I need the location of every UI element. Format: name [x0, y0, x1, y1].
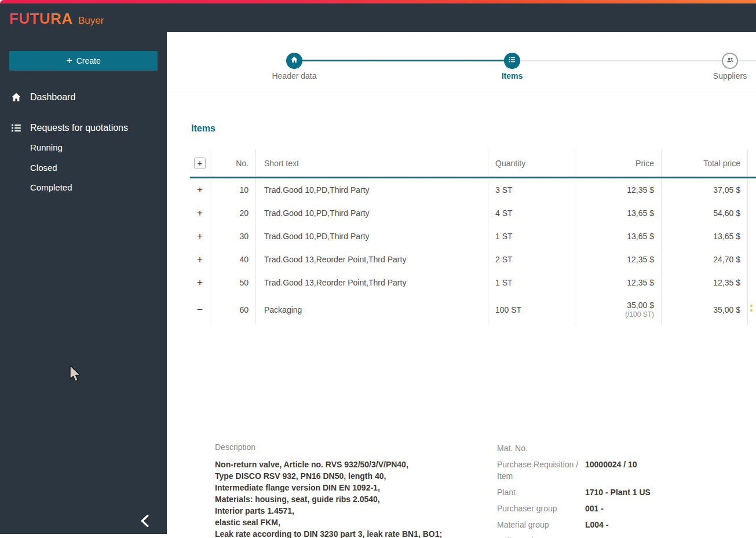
sidebar-subitem-label: Completed	[30, 182, 72, 192]
create-button[interactable]: + Create	[9, 51, 158, 71]
sidebar-item-requests-for-quotations[interactable]: Requests for quotations	[0, 119, 167, 137]
stepper-connector-todo	[520, 60, 722, 61]
cell-quantity: 100 ST	[488, 294, 575, 325]
column-header-extra	[747, 149, 756, 177]
table-row[interactable]: + 30 Trad.Good 10,PD,Third Party 1 ST 13…	[190, 225, 756, 248]
app-header: FUTURA Buyer	[0, 3, 756, 32]
list-icon	[508, 56, 516, 66]
cell-no: 30	[210, 225, 255, 248]
expand-row-icon[interactable]: +	[197, 184, 203, 196]
table-row[interactable]: + 20 Trad.Good 10,PD,Third Party 4 ST 13…	[190, 202, 756, 225]
cell-total-price: 54,60 $	[661, 202, 747, 225]
expand-row-icon[interactable]: +	[197, 230, 203, 242]
column-header-price: Price	[575, 149, 661, 177]
detail-fields: Mat. No. Purchase Requisition / Item 100…	[497, 442, 752, 538]
app-root: { "colors": { "accent_teal": "#0c6d87", …	[0, 0, 756, 538]
cell-price: 13,65 $	[575, 202, 661, 225]
cell-total-price: 24,70 $	[661, 248, 747, 271]
cell-total-price: 35,00 $	[661, 294, 747, 325]
cell-short-text: Trad.Good 10,PD,Third Party	[255, 225, 488, 248]
table-row[interactable]: + 40 Trad.Good 13,Reorder Point,Thrd Par…	[190, 248, 756, 271]
sidebar-subitem-running[interactable]: Running	[30, 140, 158, 155]
chevron-left-icon	[137, 512, 155, 532]
cell-price: 35,00 $ (/100 ST)	[575, 294, 661, 325]
description-label: Description	[215, 442, 487, 452]
step-label-suppliers: Suppliers	[689, 71, 756, 80]
main-content: Header data Items Suppliers Items	[167, 32, 756, 538]
sidebar-collapse-button[interactable]	[136, 511, 156, 532]
column-header-short-text: Short text	[255, 149, 488, 177]
sidebar-item-dashboard[interactable]: Dashboard	[0, 88, 167, 107]
home-icon	[290, 56, 298, 66]
plus-icon: +	[66, 56, 72, 66]
brand-suffix: Buyer	[78, 15, 104, 27]
step-items[interactable]	[504, 53, 520, 69]
cell-no: 10	[210, 178, 255, 202]
items-table-header: + No. Short text Quantity Price Total pr…	[190, 149, 756, 178]
step-header-data[interactable]	[286, 53, 302, 69]
field-material-group: Material group L004 -	[497, 519, 752, 535]
home-icon	[10, 92, 22, 103]
items-section-title: Items	[191, 123, 216, 134]
collapse-row-icon[interactable]: −	[197, 304, 203, 316]
list-icon	[10, 122, 22, 134]
cell-total-price: 12,35 $	[661, 271, 747, 294]
sidebar: + Create Dashboard Requests for quotatio…	[0, 32, 167, 534]
sidebar-subitem-completed[interactable]: Completed	[30, 180, 158, 195]
sidebar-subitem-label: Running	[30, 142, 63, 152]
table-row[interactable]: + 10 Trad.Good 10,PD,Third Party 3 ST 12…	[190, 178, 756, 202]
cell-short-text: Trad.Good 13,Reorder Point,Thrd Party	[255, 248, 488, 271]
cell-total-price: 13,65 $	[661, 225, 747, 248]
cell-no: 20	[210, 202, 255, 225]
field-mat-no: Mat. No.	[497, 442, 752, 459]
cell-price: 13,65 $	[575, 225, 661, 248]
sidebar-subitem-label: Closed	[30, 163, 57, 173]
stepper-connector-done	[302, 60, 504, 61]
expand-row-icon[interactable]: +	[197, 277, 203, 288]
cell-price: 12,35 $	[575, 248, 661, 271]
field-purchase-requisition: Purchase Requisition / Item 10000024 / 1…	[497, 459, 752, 486]
cell-short-text: Packaging	[255, 294, 488, 325]
cell-no: 50	[210, 271, 255, 294]
add-item-button[interactable]: +	[194, 158, 206, 169]
wizard-stepper: Header data Items Suppliers	[167, 32, 756, 93]
cell-quantity: 1 ST	[488, 225, 575, 248]
cell-no: 60	[210, 294, 255, 325]
suppliers-people-icon	[726, 56, 735, 67]
sidebar-item-label: Dashboard	[30, 92, 75, 103]
price-value: 35,00 $	[627, 301, 654, 310]
cell-quantity: 1 ST	[488, 271, 575, 294]
sidebar-subitem-closed[interactable]: Closed	[30, 160, 158, 175]
create-button-label: Create	[76, 56, 101, 65]
cell-no: 40	[210, 248, 255, 271]
table-row-expanded[interactable]: − 60 Packaging 100 ST 35,00 $ (/100 ST) …	[190, 294, 756, 325]
cell-short-text: Trad.Good 13,Reorder Point,Thrd Party	[255, 271, 488, 294]
detail-description: Description Non-return valve, Article no…	[215, 442, 487, 538]
table-row[interactable]: + 50 Trad.Good 13,Reorder Point,Thrd Par…	[190, 271, 756, 294]
stepper-connector-todo	[738, 60, 756, 61]
column-header-total-price: Total price	[661, 149, 747, 177]
field-plant: Plant 1710 - Plant 1 US	[497, 486, 752, 503]
column-header-quantity: Quantity	[488, 149, 575, 177]
brand-logo: FUTURA Buyer	[9, 10, 104, 28]
description-text: Non-return valve, Article no. RVS 932/50…	[215, 459, 487, 538]
expand-row-icon[interactable]: +	[197, 207, 203, 219]
price-unit-note: (/100 ST)	[625, 310, 654, 319]
step-label-header-data: Header data	[254, 71, 335, 80]
expand-row-icon[interactable]: +	[197, 254, 203, 265]
cell-total-price: 37,05 $	[661, 178, 747, 202]
truncated-icon-fragment	[750, 305, 753, 313]
items-table: + No. Short text Quantity Price Total pr…	[190, 149, 756, 325]
cell-quantity: 4 ST	[488, 202, 575, 225]
step-label-items: Items	[472, 71, 553, 80]
cell-price: 12,35 $	[575, 178, 661, 202]
sidebar-item-label: Requests for quotations	[30, 123, 128, 133]
field-delivery-date: Delivery date 23.10.2017	[497, 535, 752, 538]
cell-short-text: Trad.Good 10,PD,Third Party	[255, 178, 488, 202]
step-suppliers[interactable]	[722, 53, 738, 69]
field-purchaser-group: Purchaser group 001 -	[497, 503, 752, 519]
cell-short-text: Trad.Good 10,PD,Third Party	[255, 202, 488, 225]
cell-quantity: 3 ST	[488, 178, 575, 202]
cell-price: 12,35 $	[575, 271, 661, 294]
cell-quantity: 2 ST	[488, 248, 575, 271]
